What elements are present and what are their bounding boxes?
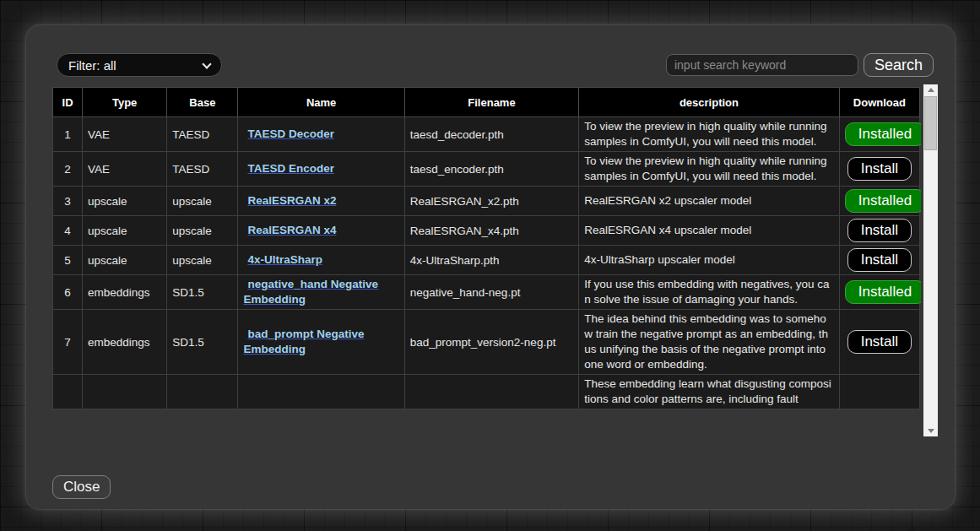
cell-id: 7 xyxy=(53,310,83,375)
cell-filename: bad_prompt_version2-neg.pt xyxy=(404,310,578,375)
table-row: These embedding learn what disgusting co… xyxy=(53,375,920,409)
installed-button[interactable]: Installed xyxy=(845,122,921,146)
cell-base: upscale xyxy=(167,216,238,246)
model-table: ID Type Base Name Filename description D… xyxy=(52,87,920,409)
model-name-link[interactable]: RealESRGAN x2 xyxy=(247,194,336,207)
cell-type xyxy=(83,375,167,409)
cell-download xyxy=(839,375,919,409)
install-button[interactable]: Install xyxy=(847,157,912,181)
cell-base: TAESD xyxy=(167,152,238,187)
install-button[interactable]: Install xyxy=(847,248,912,272)
install-button[interactable]: Install xyxy=(847,330,912,354)
header-name: Name xyxy=(238,88,404,117)
cell-name: bad_prompt Negative Embedding xyxy=(238,310,404,375)
cell-type: upscale xyxy=(83,216,167,246)
cell-description: 4x-UltraSharp upscaler model xyxy=(579,246,840,275)
cell-download: Install xyxy=(839,152,919,187)
search-input[interactable] xyxy=(666,54,858,76)
cell-download: Install xyxy=(839,310,919,375)
search-button[interactable]: Search xyxy=(864,53,934,77)
model-name-link[interactable]: TAESD Encoder xyxy=(247,162,334,175)
table-row: 5upscaleupscale4x-UltraSharp4x-UltraShar… xyxy=(53,246,920,275)
cell-description: To view the preview in high quality whil… xyxy=(579,117,840,152)
cell-type: upscale xyxy=(83,187,167,216)
cell-download: Installed xyxy=(839,275,919,310)
cell-name: RealESRGAN x4 xyxy=(238,216,404,246)
cell-filename: RealESRGAN_x2.pth xyxy=(404,187,578,216)
search-area: Search xyxy=(666,53,934,77)
cell-name: TAESD Decoder xyxy=(238,117,404,152)
cell-type: VAE xyxy=(83,117,167,152)
scroll-down-arrow-icon[interactable] xyxy=(923,425,938,436)
install-button[interactable]: Install xyxy=(847,219,912,242)
cell-description: If you use this embedding with negatives… xyxy=(579,275,840,310)
model-name-link[interactable]: bad_prompt Negative Embedding xyxy=(243,328,364,355)
header-filename: Filename xyxy=(404,88,578,117)
cell-name: TAESD Encoder xyxy=(238,152,404,187)
cell-name: RealESRGAN x2 xyxy=(238,187,404,216)
header-id: ID xyxy=(53,88,83,117)
cell-id: 4 xyxy=(53,216,83,246)
cell-type: VAE xyxy=(83,152,167,187)
cell-filename xyxy=(404,375,578,409)
header-download: Download xyxy=(839,88,919,117)
model-name-link[interactable]: 4x-UltraSharp xyxy=(247,253,322,266)
cell-id: 1 xyxy=(53,117,83,152)
cell-type: embeddings xyxy=(83,310,167,375)
cell-download: Installed xyxy=(839,117,919,152)
cell-base: SD1.5 xyxy=(167,310,238,375)
cell-download: Install xyxy=(839,246,919,275)
table-row: 3upscaleupscaleRealESRGAN x2RealESRGAN_x… xyxy=(53,187,920,216)
cell-id: 6 xyxy=(53,275,83,310)
cell-id: 3 xyxy=(53,187,83,216)
install-models-dialog: Filter: all Search ID Type Base Name Fil… xyxy=(26,25,955,509)
model-name-link[interactable]: RealESRGAN x4 xyxy=(247,224,336,236)
table-row: 2VAETAESDTAESD Encodertaesd_encoder.pthT… xyxy=(53,152,920,187)
installed-button[interactable]: Installed xyxy=(845,189,921,213)
table-row: 4upscaleupscaleRealESRGAN x4RealESRGAN_x… xyxy=(53,216,920,246)
cell-id: 2 xyxy=(53,152,83,187)
cell-name: 4x-UltraSharp xyxy=(238,246,404,275)
cell-description: The idea behind this embedding was to so… xyxy=(579,310,840,375)
cell-type: embeddings xyxy=(83,275,167,310)
model-table-header: ID Type Base Name Filename description D… xyxy=(53,88,920,117)
cell-filename: 4x-UltraSharp.pth xyxy=(404,246,578,275)
cell-filename: taesd_encoder.pth xyxy=(404,152,578,187)
filter-dropdown-wrap: Filter: all xyxy=(57,53,222,77)
cell-id xyxy=(53,375,83,409)
model-table-body: 1VAETAESDTAESD Decodertaesd_decoder.pthT… xyxy=(53,117,920,409)
table-row: 7embeddingsSD1.5bad_prompt Negative Embe… xyxy=(53,310,920,375)
cell-type: upscale xyxy=(83,246,167,275)
cell-description: These embedding learn what disgusting co… xyxy=(579,375,840,409)
cell-filename: RealESRGAN_x4.pth xyxy=(404,216,578,246)
table-row: 6embeddingsSD1.5negative_hand Negative E… xyxy=(53,275,920,310)
cell-base xyxy=(167,375,238,409)
installed-button[interactable]: Installed xyxy=(845,280,921,304)
table-row: 1VAETAESDTAESD Decodertaesd_decoder.pthT… xyxy=(53,117,920,152)
cell-download: Installed xyxy=(839,187,919,216)
close-button[interactable]: Close xyxy=(52,475,111,499)
header-base: Base xyxy=(167,88,238,117)
cell-name: negative_hand Negative Embedding xyxy=(238,275,404,310)
cell-name xyxy=(238,375,404,409)
cell-filename: taesd_decoder.pth xyxy=(404,117,578,152)
cell-base: SD1.5 xyxy=(167,275,238,310)
cell-base: upscale xyxy=(167,187,238,216)
cell-description: RealESRGAN x4 upscaler model xyxy=(579,216,840,246)
header-type: Type xyxy=(83,88,167,117)
cell-base: upscale xyxy=(167,246,238,275)
scrollbar-thumb[interactable] xyxy=(924,96,937,150)
cell-filename: negative_hand-neg.pt xyxy=(404,275,578,310)
model-name-link[interactable]: TAESD Decoder xyxy=(247,127,334,140)
cell-description: RealESRGAN x2 upscaler model xyxy=(579,187,840,216)
cell-base: TAESD xyxy=(167,117,238,152)
cell-id: 5 xyxy=(53,246,83,275)
header-description: description xyxy=(579,88,840,117)
cell-download: Install xyxy=(839,216,919,246)
cell-description: To view the preview in high quality whil… xyxy=(579,152,840,187)
model-table-viewport: ID Type Base Name Filename description D… xyxy=(52,87,921,422)
model-name-link[interactable]: negative_hand Negative Embedding xyxy=(243,278,378,306)
scroll-up-arrow-icon[interactable] xyxy=(923,84,938,96)
table-scrollbar[interactable] xyxy=(923,84,938,436)
filter-dropdown[interactable]: Filter: all xyxy=(57,53,222,77)
